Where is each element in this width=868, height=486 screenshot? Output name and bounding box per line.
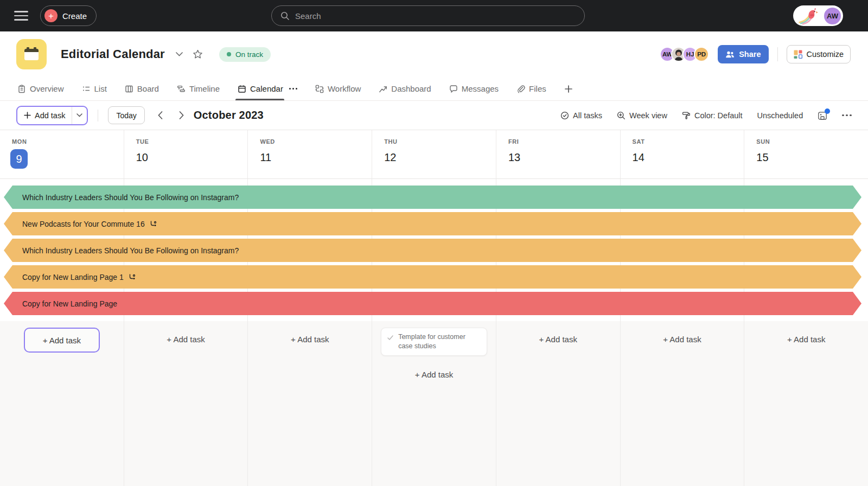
add-task-cell-button-focused[interactable]: + Add task (24, 328, 100, 353)
day-date: 15 (756, 151, 868, 164)
check-circle-icon (560, 111, 569, 120)
add-task-cell-button[interactable]: + Add task (167, 335, 205, 344)
plus-icon: + (44, 9, 58, 22)
today-date-badge: 9 (10, 149, 28, 169)
day-date: 12 (384, 151, 496, 164)
week-navigation (158, 111, 184, 119)
overview-icon (17, 85, 26, 93)
tab-list[interactable]: List (82, 77, 107, 100)
add-tab-button[interactable] (564, 85, 573, 93)
day-name: TUE (136, 138, 248, 145)
add-task-cell-button[interactable]: + Add task (539, 335, 577, 344)
day-date: 14 (633, 151, 744, 164)
filter-label: Week view (629, 111, 667, 120)
day-name: WED (260, 138, 372, 145)
next-week-button[interactable] (179, 111, 184, 119)
title-chevron-down-icon[interactable] (176, 52, 183, 56)
tab-board[interactable]: Board (125, 77, 159, 100)
task-bar[interactable]: Which Industry Leaders Should You Be Fol… (4, 239, 861, 262)
add-task-label: Add task (35, 111, 65, 120)
day-column-sat[interactable]: + Add task (621, 321, 745, 486)
add-task-cell-button[interactable]: + Add task (787, 335, 825, 344)
add-task-cell-button[interactable]: + Add task (415, 370, 453, 379)
status-badge[interactable]: On track (219, 47, 271, 62)
add-task-dropdown-button[interactable] (72, 107, 87, 124)
filter-all-tasks[interactable]: All tasks (560, 111, 602, 120)
create-button[interactable]: + Create (40, 5, 97, 26)
save-view-button[interactable] (818, 111, 827, 120)
day-header-sun[interactable]: SUN 15 (744, 130, 868, 178)
add-task-button[interactable]: Add task (17, 107, 72, 124)
day-column-mon[interactable]: + Add task (0, 321, 124, 486)
chevron-down-icon (76, 113, 82, 117)
filter-label: Color: Default (694, 111, 743, 120)
tab-messages[interactable]: Messages (449, 77, 499, 100)
previous-week-button[interactable] (158, 111, 163, 119)
day-column-fri[interactable]: + Add task (496, 321, 621, 486)
status-dot-icon (227, 52, 231, 56)
day-header-sat[interactable]: SAT 14 (621, 130, 745, 178)
day-column-thu[interactable]: Template for customer case studies + Add… (372, 321, 496, 486)
more-options-button[interactable] (842, 114, 852, 117)
tab-label: Overview (30, 84, 64, 93)
day-header-thu[interactable]: THU 12 (372, 130, 496, 178)
tab-label: Calendar (250, 84, 283, 93)
timeline-icon (177, 85, 186, 93)
share-button[interactable]: Share (718, 45, 768, 63)
day-header-tue[interactable]: TUE 10 (124, 130, 248, 178)
topbar: + Create Search AW (0, 0, 868, 31)
task-bar[interactable]: Copy for New Landing Page (4, 292, 861, 315)
project-icon[interactable] (16, 39, 47, 69)
calendar-bottom-row: + Add task + Add task + Add task Templat… (0, 321, 868, 486)
add-task-cell-button[interactable]: + Add task (291, 335, 329, 344)
filter-unscheduled[interactable]: Unscheduled (757, 111, 803, 120)
tab-label: Files (529, 84, 546, 93)
search-input[interactable]: Search (271, 5, 585, 26)
day-header-wed[interactable]: WED 11 (248, 130, 372, 178)
customize-grid-icon (794, 50, 802, 59)
day-name: SAT (633, 138, 744, 145)
favorite-star-icon[interactable] (193, 49, 203, 59)
tab-workflow[interactable]: Workflow (315, 77, 361, 100)
tab-files[interactable]: Files (516, 77, 546, 100)
add-task-cell-button[interactable]: + Add task (663, 335, 701, 344)
add-task-split-button[interactable]: Add task (16, 106, 88, 125)
day-column-tue[interactable]: + Add task (124, 321, 248, 486)
board-icon (125, 85, 133, 93)
template-task-card[interactable]: Template for customer case studies (381, 328, 487, 356)
member-avatars: AW HJ PD (660, 47, 709, 62)
customize-button[interactable]: Customize (787, 45, 851, 63)
calendar-task-area: Which Industry Leaders Should You Be Fol… (0, 179, 868, 321)
day-header-mon[interactable]: MON 9 (0, 130, 124, 178)
day-header-fri[interactable]: FRI 13 (496, 130, 621, 178)
user-avatar[interactable]: AW (824, 8, 841, 24)
task-title: Which Industry Leaders Should You Be Fol… (22, 246, 239, 255)
zoom-icon (617, 111, 626, 120)
share-button-label: Share (739, 50, 761, 59)
month-label: October 2023 (194, 109, 264, 122)
day-column-sun[interactable]: + Add task (744, 321, 868, 486)
subtask-icon (128, 273, 136, 281)
filter-label: All tasks (573, 111, 602, 120)
day-column-wed[interactable]: + Add task (248, 321, 372, 486)
task-bar[interactable]: Copy for New Landing Page 1 (4, 265, 861, 289)
tab-dashboard[interactable]: Dashboard (379, 77, 431, 100)
tab-calendar[interactable]: Calendar (238, 77, 297, 100)
day-name: MON (12, 138, 124, 145)
filter-week-view[interactable]: Week view (617, 111, 667, 120)
header-divider (777, 47, 778, 61)
tab-timeline[interactable]: Timeline (177, 77, 220, 100)
member-avatar[interactable]: PD (694, 47, 709, 62)
task-bar[interactable]: Which Industry Leaders Should You Be Fol… (4, 186, 861, 209)
tab-overview[interactable]: Overview (17, 77, 64, 100)
profile-menu[interactable]: AW (793, 5, 843, 26)
today-button[interactable]: Today (108, 106, 144, 124)
tab-options-icon[interactable] (289, 88, 297, 89)
create-button-label: Create (62, 11, 87, 21)
filter-color[interactable]: Color: Default (682, 111, 743, 120)
project-header: Editorial Calendar On track AW HJ PD Sha… (0, 31, 868, 77)
tab-label: Dashboard (391, 84, 431, 93)
task-bar[interactable]: New Podcasts for Your Commute 16 (4, 212, 861, 235)
calendar-icon (238, 85, 246, 93)
sidebar-toggle-button[interactable] (14, 11, 28, 21)
